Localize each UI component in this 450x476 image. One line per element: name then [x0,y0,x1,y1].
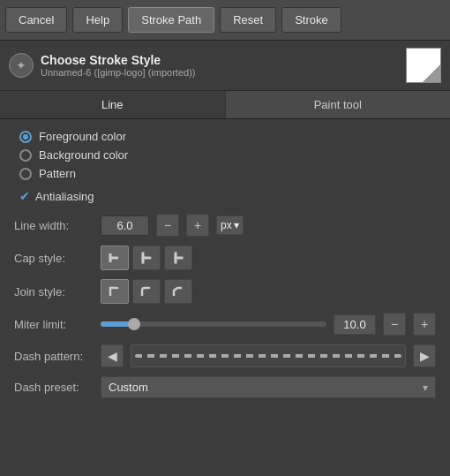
join-style-buttons [101,279,192,304]
miter-limit-label: Miter limit: [14,318,94,331]
dialog-title: Choose Stroke Style [41,53,399,67]
radio-background[interactable]: Background color [19,148,436,162]
radio-background-circle [19,149,32,162]
join-bevel-icon [169,283,187,300]
line-width-minus-button[interactable]: − [156,214,179,237]
line-width-plus-button[interactable]: + [186,214,209,237]
line-width-label: Line width: [14,219,94,232]
miter-slider-container [101,321,326,327]
cap-round-button[interactable] [132,246,161,270]
cap-round-icon [138,249,155,267]
line-width-row: Line width: − + px ▾ [14,214,436,237]
miter-plus-button[interactable]: + [413,313,436,336]
miter-slider-thumb[interactable] [128,318,140,330]
cap-style-buttons [101,246,192,270]
header-icon-char: ✦ [16,58,26,72]
dash-preset-row: Dash preset: Custom ▾ [14,376,436,398]
dropdown-arrow-icon: ▾ [423,382,428,394]
dash-pattern-label: Dash pattern: [14,350,94,363]
tab-paint-tool[interactable]: Paint tool [226,91,451,118]
radio-pattern-circle [19,168,32,180]
radio-foreground-circle [19,131,32,143]
miter-slider-track[interactable] [101,321,326,327]
dash-pattern-visual [135,354,401,358]
miter-limit-row: Miter limit: − + [14,313,436,336]
header-section: ✦ Choose Stroke Style Unnamed-6 ([gimp-l… [0,41,450,91]
stroke-path-button[interactable]: Stroke Path [128,7,214,33]
toolbar: Cancel Help Stroke Path Reset Stroke [0,0,450,41]
help-button[interactable]: Help [72,7,123,33]
line-width-input[interactable] [101,215,149,236]
radio-foreground[interactable]: Foreground color [19,130,436,143]
join-round-icon [138,283,155,300]
radio-pattern-label: Pattern [39,167,76,180]
unit-arrow-icon: ▾ [234,219,239,231]
join-miter-button[interactable] [101,279,129,304]
radio-background-label: Background color [39,148,128,162]
cancel-button[interactable]: Cancel [5,7,67,33]
join-bevel-button[interactable] [164,279,192,304]
cap-butt-icon [106,249,124,267]
dash-pattern-display [131,344,406,367]
tab-bar: Line Paint tool [0,91,450,119]
unit-label: px [221,219,232,231]
header-icon: ✦ [9,53,34,78]
join-round-button[interactable] [132,279,161,304]
miter-limit-value[interactable] [334,314,376,335]
header-text: Choose Stroke Style Unnamed-6 ([gimp-log… [41,53,399,78]
dash-preset-value: Custom [109,381,148,394]
dialog-subtitle: Unnamed-6 ([gimp-logo] (imported)) [41,67,399,78]
cap-style-row: Cap style: [14,246,436,270]
unit-selector[interactable]: px ▾ [216,215,244,235]
color-option-group: Foreground color Background color Patter… [14,130,436,180]
join-style-label: Join style: [14,285,94,298]
dash-pattern-row: Dash pattern: ◀ ▶ [14,344,436,367]
header-thumbnail [406,48,441,83]
tab-line[interactable]: Line [0,91,226,118]
cap-butt-button[interactable] [101,246,129,270]
antialiasing-row[interactable]: ✔ Antialiasing [14,189,436,203]
dash-preset-label: Dash preset: [14,381,94,394]
join-miter-icon [106,283,124,300]
join-style-row: Join style: [14,279,436,304]
dash-pattern-prev-button[interactable]: ◀ [101,344,124,367]
radio-foreground-label: Foreground color [39,130,126,143]
check-icon: ✔ [19,189,30,203]
content-area: Foreground color Background color Patter… [0,119,450,418]
cap-square-icon [169,249,187,267]
cap-square-button[interactable] [164,246,192,270]
dash-pattern-next-button[interactable]: ▶ [413,344,436,367]
reset-button[interactable]: Reset [220,7,276,33]
antialiasing-label: Antialiasing [35,190,94,203]
stroke-button[interactable]: Stroke [281,7,341,33]
cap-style-label: Cap style: [14,252,94,265]
miter-minus-button[interactable]: − [383,313,406,336]
radio-pattern[interactable]: Pattern [19,167,436,180]
dash-preset-dropdown[interactable]: Custom ▾ [101,376,436,398]
